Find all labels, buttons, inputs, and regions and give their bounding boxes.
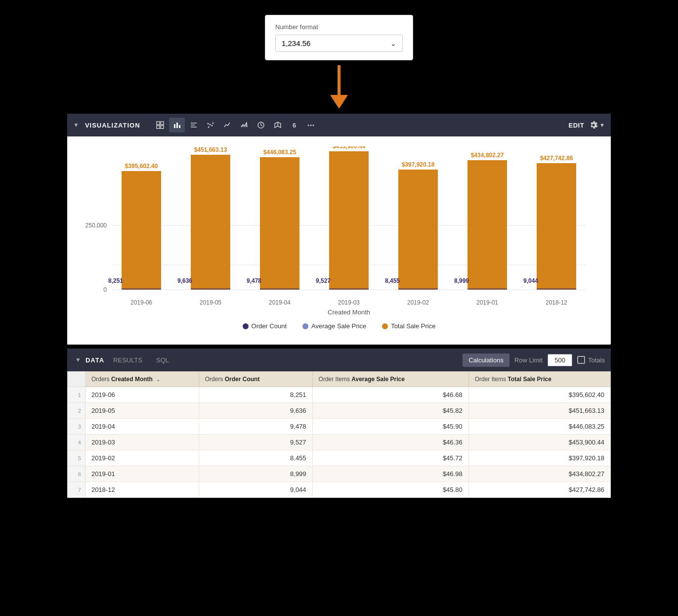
cell-count: 9,527 — [199, 435, 312, 450]
number-icon-btn[interactable]: 6 — [287, 118, 302, 132]
cell-avg-price: $45.80 — [312, 482, 468, 498]
cell-avg-price: $45.82 — [312, 403, 468, 419]
chart-legend: Order Count Average Sale Price Total Sal… — [82, 316, 596, 340]
calculations-button[interactable]: Calculations — [463, 353, 509, 367]
viz-toolbar: 6 ••• — [152, 118, 565, 132]
viz-header-right: EDIT ▼ — [568, 121, 605, 130]
svg-rect-0 — [157, 122, 160, 125]
legend-avg-price: Average Sale Price — [302, 322, 366, 330]
totals-checkbox[interactable] — [577, 356, 585, 364]
area-icon-btn[interactable] — [236, 118, 252, 132]
data-panel: ▼ DATA RESULTS SQL Calculations Row Limi… — [67, 349, 611, 498]
bar-2019-03[interactable] — [329, 151, 369, 290]
total-price-dot — [382, 323, 388, 329]
data-tab-active[interactable]: ▼ DATA — [73, 349, 106, 371]
svg-rect-49 — [260, 288, 299, 290]
svg-rect-47 — [122, 288, 161, 290]
bar-2019-01[interactable] — [467, 160, 507, 290]
table-row: 5 2019-02 8,455 $45.72 $397,920.18 — [68, 450, 611, 466]
data-tab-sql[interactable]: SQL — [149, 349, 176, 371]
bar-2019-02[interactable] — [398, 170, 438, 290]
svg-text:$397,920.18: $397,920.18 — [402, 161, 435, 168]
row-number: 2 — [68, 403, 85, 419]
table-header-row: Orders Created Month ⌄ Orders Order Coun… — [68, 372, 611, 387]
bar-2019-06[interactable] — [122, 171, 161, 290]
bar-chart-icon-btn[interactable] — [169, 118, 185, 132]
cell-count: 9,044 — [199, 482, 312, 498]
col-count-bold: Order Count — [225, 376, 260, 383]
cell-avg-price: $46.36 — [312, 435, 468, 450]
svg-text:0: 0 — [103, 286, 107, 293]
data-tab-results[interactable]: RESULTS — [106, 349, 149, 371]
col-header-total[interactable]: Order Items Total Sale Price — [468, 372, 610, 387]
totals-control[interactable]: Totals — [577, 356, 605, 364]
sort-arrow-icon[interactable]: ⌄ — [156, 377, 160, 382]
number-format-dialog: Number format 1,234.56 ⌄ — [265, 15, 413, 60]
order-count-label: Order Count — [252, 322, 287, 330]
cell-month: 2019-04 — [85, 419, 199, 435]
table-row: 1 2019-06 8,251 $46.68 $395,602.40 — [68, 387, 611, 403]
bar-2018-12[interactable] — [537, 163, 576, 290]
clock-icon-btn[interactable] — [253, 118, 269, 132]
svg-rect-1 — [161, 122, 164, 125]
svg-point-12 — [211, 125, 212, 127]
align-icon-btn[interactable] — [186, 118, 202, 132]
table-body: 1 2019-06 8,251 $46.68 $395,602.40 2 201… — [68, 387, 611, 498]
table-icon-btn[interactable] — [152, 118, 168, 132]
down-arrow — [330, 65, 348, 109]
svg-rect-6 — [179, 125, 180, 128]
scatter-icon-btn[interactable] — [203, 118, 218, 132]
svg-text:$427,742.86: $427,742.86 — [540, 155, 573, 162]
svg-text:2019-02: 2019-02 — [407, 299, 429, 306]
svg-point-11 — [209, 124, 211, 126]
svg-rect-2 — [157, 126, 160, 129]
svg-text:Created Month: Created Month — [328, 308, 370, 314]
table-row: 7 2018-12 9,044 $45.80 $427,742.86 — [68, 482, 611, 498]
bar-2019-04[interactable] — [260, 157, 299, 290]
cell-avg-price: $46.68 — [312, 387, 468, 403]
row-number: 3 — [68, 419, 85, 435]
table-row: 4 2019-03 9,527 $46.36 $453,900.44 — [68, 435, 611, 450]
col-avg-top: Order Items — [319, 376, 352, 383]
settings-button[interactable]: ▼ — [589, 121, 605, 130]
bar-2019-05[interactable] — [191, 155, 230, 290]
cell-total-price: $446,083.25 — [468, 419, 610, 435]
line-icon-btn[interactable] — [219, 118, 235, 132]
col-header-avg[interactable]: Order Items Average Sale Price — [312, 372, 468, 387]
data-table: Orders Created Month ⌄ Orders Order Coun… — [67, 371, 611, 498]
cell-total-price: $427,742.86 — [468, 482, 610, 498]
map-icon-btn[interactable] — [270, 118, 286, 132]
cell-count: 9,636 — [199, 403, 312, 419]
cell-avg-price: $45.72 — [312, 450, 468, 466]
cell-month: 2018-12 — [85, 482, 199, 498]
more-icon-btn[interactable]: ••• — [303, 118, 319, 132]
col-header-month[interactable]: Orders Created Month ⌄ — [85, 372, 199, 387]
svg-text:$453,900.44: $453,900.44 — [333, 146, 366, 150]
svg-text:2019-05: 2019-05 — [200, 299, 221, 306]
row-number: 6 — [68, 466, 85, 482]
svg-rect-51 — [398, 288, 438, 290]
data-collapse-icon: ▼ — [75, 356, 82, 363]
svg-point-14 — [207, 123, 209, 125]
svg-text:8,251: 8,251 — [108, 277, 123, 284]
avg-price-dot — [302, 323, 308, 329]
col-header-count[interactable]: Orders Order Count — [199, 372, 312, 387]
svg-rect-5 — [176, 123, 178, 128]
row-number: 7 — [68, 482, 85, 498]
svg-text:9,478: 9,478 — [247, 277, 261, 284]
avg-price-label: Average Sale Price — [311, 322, 366, 330]
table-row: 2 2019-05 9,636 $45.82 $451,663.13 — [68, 403, 611, 419]
svg-text:250,000: 250,000 — [85, 222, 107, 229]
svg-line-17 — [261, 125, 262, 126]
legend-total-price: Total Sale Price — [382, 322, 435, 330]
cell-month: 2019-03 — [85, 435, 199, 450]
viz-collapse-icon[interactable]: ▼ — [73, 122, 79, 129]
col-total-top: Order Items — [475, 376, 508, 383]
chart-area: 250,000 0 $395,602.40 8,251 $451,663.13 … — [67, 136, 611, 345]
col-month-top: Orders — [91, 376, 111, 383]
edit-button[interactable]: EDIT — [568, 122, 584, 129]
svg-text:2019-01: 2019-01 — [476, 299, 498, 306]
svg-text:9,527: 9,527 — [316, 277, 331, 284]
row-limit-input[interactable] — [548, 354, 572, 366]
number-format-select[interactable]: 1,234.56 ⌄ — [275, 35, 403, 52]
